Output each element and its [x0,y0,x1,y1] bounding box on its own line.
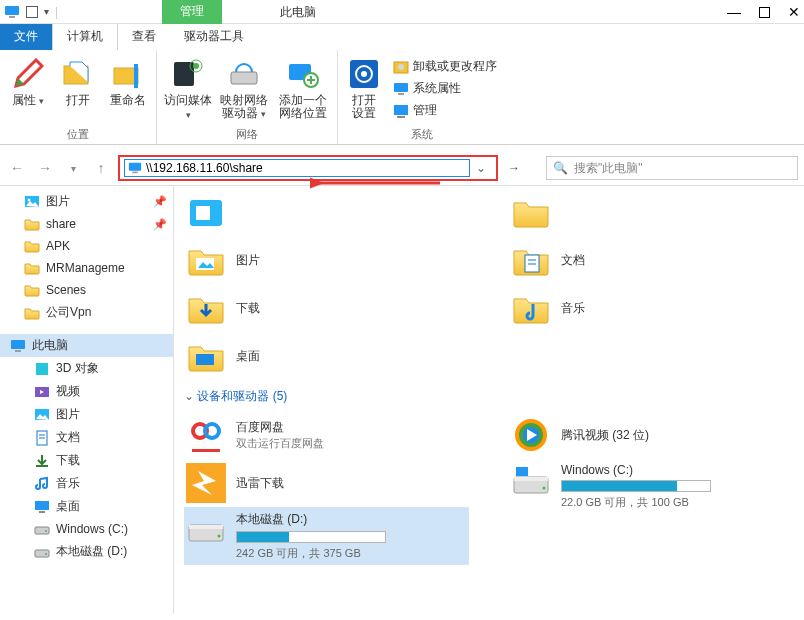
sidebar-item[interactable]: 图片📌 [0,190,173,213]
sidebar-item[interactable]: APK [0,235,173,257]
close-button[interactable]: ✕ [788,4,800,20]
address-dropdown-icon[interactable]: ⌄ [470,161,492,175]
access-media-button[interactable]: 访问媒体 [163,54,213,125]
qat-dropdown-icon[interactable]: ▾ [44,6,49,17]
pc-icon [128,161,142,175]
sidebar-item[interactable]: Scenes [0,279,173,301]
contextual-tab-manage[interactable]: 管理 [162,0,222,24]
tab-view[interactable]: 查看 [118,23,170,50]
drive-d-usage-bar [236,531,386,543]
svg-rect-32 [39,511,45,513]
svg-point-16 [361,71,367,77]
svg-point-34 [45,530,47,532]
sidebar-item[interactable]: Windows (C:) [0,518,173,540]
folder-item[interactable]: 桌面 [184,332,469,380]
map-drive-button[interactable]: 映射网络 驱动器 [219,54,269,125]
rename-button[interactable]: 重命名 [106,54,150,125]
drive-d[interactable]: 本地磁盘 (D:) 242 GB 可用，共 375 GB [184,507,469,565]
device-baidu[interactable]: 百度网盘双击运行百度网盘 [184,411,469,459]
svg-rect-7 [134,64,138,88]
device-tencent[interactable]: 腾讯视频 (32 位) [509,411,794,459]
svg-rect-30 [36,465,48,467]
sidebar-item[interactable]: 下载 [0,449,173,472]
pin-icon: 📌 [153,218,167,231]
properties-button[interactable]: 属性 [6,54,50,125]
svg-rect-46 [192,449,220,452]
title-bar: ▾ | 管理 此电脑 — ✕ [0,0,804,24]
drive-c[interactable]: Windows (C:) 22.0 GB 可用，共 100 GB [509,459,794,514]
back-button[interactable]: ← [6,157,28,179]
manage-button[interactable]: 管理 [390,101,500,120]
go-button[interactable]: → [504,161,524,175]
tab-drive-tools[interactable]: 驱动器工具 [170,23,258,50]
svg-rect-40 [196,354,214,365]
svg-point-9 [193,63,199,69]
sidebar-item[interactable]: 图片 [0,403,173,426]
sidebar-item[interactable]: MRManageme [0,257,173,279]
system-properties-button[interactable]: 系统属性 [390,79,500,98]
device-xunlei[interactable]: 迅雷下载 [184,459,469,507]
up-button[interactable]: ↑ [90,157,112,179]
folder-item[interactable]: 下载 [184,284,469,332]
drive-c-usage-bar [561,480,711,492]
uninstall-programs-button[interactable]: 卸载或更改程序 [390,57,500,76]
devices-header[interactable]: 设备和驱动器 (5) [184,388,794,405]
svg-point-36 [45,553,47,555]
pin-icon: 📌 [153,195,167,208]
sidebar-item[interactable]: 视频 [0,380,173,403]
window-title: 此电脑 [280,4,316,21]
ribbon: 属性 打开 重命名 位置 访问媒体 映射网络 驱动器 [0,50,804,145]
svg-rect-38 [196,206,210,220]
search-placeholder: 搜索"此电脑" [574,160,643,177]
maximize-button[interactable] [759,7,770,18]
svg-point-18 [398,64,404,70]
sidebar-item[interactable]: 3D 对象 [0,357,173,380]
ribbon-group-network: 访问媒体 映射网络 驱动器 添加一个 网络位置 网络 [157,50,338,144]
address-input[interactable] [146,161,466,175]
tab-file[interactable]: 文件 [0,23,52,50]
open-button[interactable]: 打开 [56,54,100,125]
svg-rect-31 [35,501,49,510]
sidebar-item[interactable]: 本地磁盘 (D:) [0,540,173,563]
ribbon-group-location: 属性 打开 重命名 位置 [0,50,157,144]
qat-checkbox-icon[interactable] [26,6,38,18]
search-box[interactable]: 🔍 搜索"此电脑" [546,156,798,180]
folder-item[interactable]: 图片 [184,236,469,284]
ribbon-group-system: 打开 设置 卸载或更改程序 系统属性 管理 系统 [338,50,506,144]
annotation-arrow [310,177,450,207]
ribbon-tabs: 文件 计算机 查看 驱动器工具 [0,24,804,50]
folder-item[interactable] [509,188,794,236]
sidebar-item[interactable]: 公司Vpn [0,301,173,324]
minimize-button[interactable]: — [727,4,741,20]
address-bar[interactable] [124,159,470,177]
svg-rect-11 [231,72,257,84]
folder-item[interactable]: 音乐 [509,284,794,332]
svg-rect-8 [174,62,194,86]
sidebar-item[interactable]: 桌面 [0,495,173,518]
add-network-location-button[interactable]: 添加一个 网络位置 [275,54,331,125]
main-split: 图片📌share📌APKMRManagemeScenes公司Vpn 此电脑 3D… [0,185,804,614]
pc-icon [4,4,20,20]
open-settings-button[interactable]: 打开 设置 [344,54,384,125]
search-icon: 🔍 [553,161,568,175]
sidebar-item[interactable]: 文档 [0,426,173,449]
svg-rect-20 [397,116,405,118]
folder-item[interactable]: 文档 [509,236,794,284]
sidebar-item[interactable]: share📌 [0,213,173,235]
sidebar-item[interactable]: 音乐 [0,472,173,495]
recent-locations-button[interactable]: ▾ [62,157,84,179]
tab-computer[interactable]: 计算机 [52,22,118,50]
svg-rect-33 [35,527,49,534]
forward-button[interactable]: → [34,157,56,179]
svg-rect-24 [36,363,48,375]
svg-rect-35 [35,550,49,557]
svg-rect-19 [394,105,408,115]
content-area[interactable]: 图片下载桌面 文档音乐 设备和驱动器 (5) 百度网盘双击运行百度网盘 迅雷下载 [174,186,804,614]
sidebar-this-pc[interactable]: 此电脑 [0,334,173,357]
quick-access-toolbar: ▾ | [0,4,62,20]
svg-rect-51 [516,467,528,476]
navigation-pane[interactable]: 图片📌share📌APKMRManagemeScenes公司Vpn 此电脑 3D… [0,186,174,614]
